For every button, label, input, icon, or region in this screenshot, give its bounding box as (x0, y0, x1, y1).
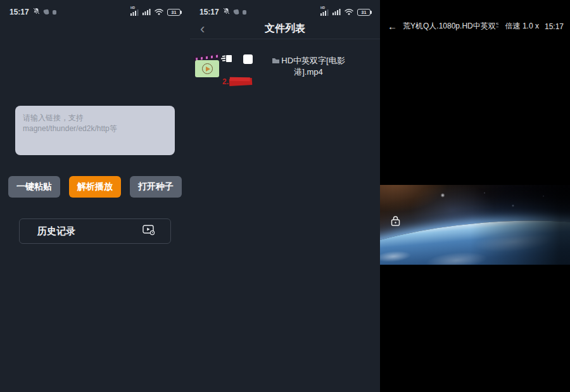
signal-icon (142, 6, 151, 18)
video-effect-icon (221, 54, 232, 66)
file-list-panel: 15:17 HD 31 (190, 0, 380, 392)
film-clapper-thumb (194, 53, 220, 86)
status-time: 15:17 (10, 8, 29, 16)
dot-icon (53, 10, 56, 15)
white-square-icon (243, 54, 253, 64)
play-icon (202, 63, 213, 74)
page-title: 文件列表 (265, 22, 305, 35)
history-label: 历史记录 (37, 225, 75, 237)
signal-hd-icon: HD (130, 9, 139, 16)
parse-play-button[interactable]: 解析播放 (69, 176, 121, 198)
player-time: 15:17 (545, 22, 564, 31)
link-input[interactable] (15, 106, 175, 155)
bell-muted-icon (33, 8, 40, 16)
status-bar: 15:17 HD 31 (0, 5, 190, 19)
video-history-icon (142, 225, 155, 237)
status-time: 15:17 (200, 8, 219, 16)
night-shade (380, 185, 570, 265)
battery-icon: 31 (167, 9, 180, 16)
signal-icon (332, 6, 341, 18)
video-title: 荒Y机Q人.1080p.HD中英双字[电影... (403, 21, 498, 32)
bell-muted-icon (223, 8, 230, 16)
player-topbar: ← 荒Y机Q人.1080p.HD中英双字[电影... 倍速 1.0 x 15:1… (380, 21, 570, 32)
file-name: HD中英双字[电影港].mp4 (267, 55, 350, 78)
play-thumbnail (195, 60, 219, 77)
file-list-item[interactable]: HD中英双字[电影港].mp4 2. (194, 53, 375, 91)
video-player-panel: ← 荒Y机Q人.1080p.HD中英双字[电影... 倍速 1.0 x 15:1… (380, 0, 570, 392)
file-type-icon (272, 57, 280, 64)
file-size: 2. (222, 77, 252, 86)
battery-icon: 31 (357, 9, 370, 16)
status-bar: 15:17 HD 31 (190, 5, 380, 19)
back-arrow-icon[interactable]: ← (388, 22, 397, 31)
video-frame[interactable] (380, 185, 570, 265)
battery-level: 31 (362, 10, 367, 15)
link-input-panel: 15:17 HD 31 (0, 0, 190, 392)
paste-button[interactable]: 一键粘贴 (8, 176, 60, 198)
wifi-icon (155, 6, 163, 18)
open-torrent-button[interactable]: 打开种子 (130, 176, 182, 198)
note-icon (43, 9, 49, 15)
back-chevron-icon[interactable]: ‹ (200, 22, 205, 35)
screen: 15:17 HD 31 (0, 0, 570, 392)
action-buttons: 一键粘贴 解析播放 打开种子 (0, 176, 190, 198)
playback-speed[interactable]: 倍速 1.0 x (505, 21, 539, 32)
signal-hd-icon: HD (320, 9, 329, 16)
dot-icon (243, 10, 246, 15)
redaction-mark (229, 78, 253, 86)
history-button[interactable]: 历史记录 (19, 218, 171, 244)
file-list-header: ‹ 文件列表 (190, 19, 380, 39)
wifi-icon (345, 6, 353, 18)
battery-level: 31 (172, 10, 177, 15)
padlock-icon[interactable] (390, 215, 401, 229)
note-icon (233, 9, 239, 15)
